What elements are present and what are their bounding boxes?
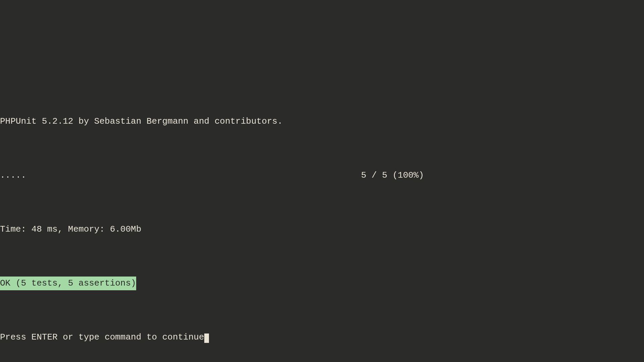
phpunit-header: PHPUnit 5.2.12 by Sebastian Bergmann and…	[0, 115, 644, 128]
prompt-line[interactable]: Press ENTER or type command to continue	[0, 330, 644, 344]
blank-line	[0, 304, 644, 317]
test-dots: .....	[0, 169, 26, 182]
ok-status-badge: OK (5 tests, 5 assertions)	[0, 277, 136, 290]
test-progress-line: ..... 5 / 5 (100%)	[0, 169, 644, 182]
blank-line	[0, 195, 644, 209]
prompt-text: Press ENTER or type command to continue	[0, 332, 204, 342]
progress-spacing	[26, 169, 361, 182]
time-memory-line: Time: 48 ms, Memory: 6.00Mb	[0, 223, 644, 236]
blank-line	[0, 250, 644, 263]
ok-status-line: OK (5 tests, 5 assertions)	[0, 277, 644, 290]
cursor-icon	[204, 334, 209, 343]
terminal-output: PHPUnit 5.2.12 by Sebastian Bergmann and…	[0, 101, 644, 358]
blank-line	[0, 141, 644, 155]
progress-count: 5 / 5 (100%)	[361, 169, 424, 182]
